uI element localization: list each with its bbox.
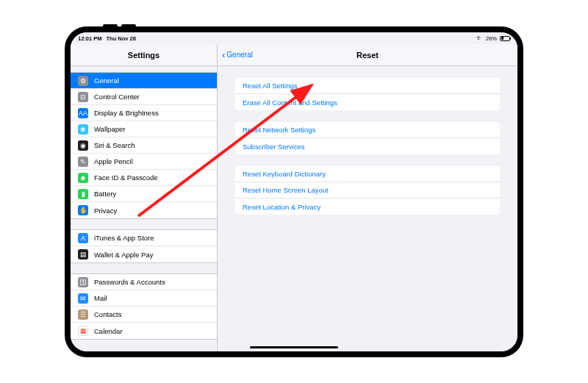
- sidebar-item-label: Siri & Search: [94, 141, 135, 149]
- reset-option-label: Reset Location & Privacy: [243, 203, 320, 211]
- reset-option-reset-home-screen-layout[interactable]: Reset Home Screen Layout: [235, 182, 500, 198]
- sidebar-item-label: Wallet & Apple Pay: [94, 251, 153, 259]
- reset-option-subscriber-services[interactable]: Subscriber Services: [235, 138, 500, 154]
- sidebar-header: Settings: [71, 44, 217, 66]
- key-icon: ⚿: [78, 277, 88, 287]
- back-button[interactable]: ‹ General: [222, 50, 253, 60]
- detail-panel: ‹ General Reset Reset All SettingsErase …: [218, 44, 517, 351]
- sidebar-item-battery[interactable]: ▮Battery: [71, 186, 217, 202]
- sidebar-item-privacy[interactable]: ✋Privacy: [71, 202, 217, 218]
- reset-option-label: Subscriber Services: [243, 143, 304, 151]
- reset-option-reset-network-settings[interactable]: Reset Network Settings: [235, 122, 500, 138]
- sidebar-group: ⚿Passwords & Accounts✉Mail☰Contacts▦Cale…: [71, 273, 217, 340]
- reset-option-label: Reset Keyboard Dictionary: [243, 170, 326, 178]
- reset-option-reset-location-privacy[interactable]: Reset Location & Privacy: [235, 198, 500, 215]
- reset-option-label: Reset All Settings: [243, 82, 297, 90]
- chevron-left-icon: ‹: [222, 50, 225, 60]
- screen: 12:01 PM Thu Nov 28 ᯤ 26% Settings ⚙Gene…: [71, 32, 517, 351]
- battery-icon: [500, 36, 510, 41]
- sidebar-item-apple-pencil[interactable]: ✎Apple Pencil: [71, 154, 217, 170]
- reset-option-erase-all-content-and-settings[interactable]: Erase All Content and Settings: [235, 94, 500, 110]
- display-icon: AA: [78, 108, 88, 118]
- sidebar-item-face-id-passcode[interactable]: ☻Face ID & Passcode: [71, 170, 217, 186]
- sidebar-item-calendar[interactable]: ▦Calendar: [71, 323, 217, 339]
- contacts-icon: ☰: [78, 309, 88, 320]
- status-time: 12:01 PM: [78, 35, 102, 42]
- privacy-icon: ✋: [78, 205, 88, 215]
- sidebar-item-label: Mail: [94, 294, 107, 302]
- reset-option-label: Reset Home Screen Layout: [243, 186, 329, 194]
- settings-sidebar: Settings ⚙General⊟Control CenterAADispla…: [71, 44, 218, 351]
- sidebar-item-label: Privacy: [94, 207, 117, 215]
- faceid-icon: ☻: [78, 173, 88, 183]
- detail-title: Reset: [356, 51, 379, 60]
- reset-option-label: Reset Network Settings: [243, 126, 315, 134]
- sidebar-item-passwords-accounts[interactable]: ⚿Passwords & Accounts: [71, 274, 217, 290]
- battery-icon: ▮: [78, 189, 88, 199]
- sidebar-item-label: Calendar: [94, 327, 123, 335]
- home-indicator[interactable]: [250, 346, 338, 348]
- detail-group: Reset All SettingsErase All Content and …: [235, 78, 500, 110]
- sidebar-item-contacts[interactable]: ☰Contacts: [71, 307, 217, 323]
- siri-icon: ◉: [78, 140, 88, 151]
- sidebar-item-label: Contacts: [94, 310, 122, 318]
- sidebar-item-label: Battery: [94, 190, 116, 198]
- sidebar-item-label: Face ID & Passcode: [94, 173, 158, 182]
- detail-header: ‹ General Reset: [218, 44, 517, 66]
- device-frame: 12:01 PM Thu Nov 28 ᯤ 26% Settings ⚙Gene…: [65, 26, 523, 357]
- battery-pct: 26%: [486, 35, 497, 42]
- detail-group: Reset Keyboard DictionaryReset Home Scre…: [235, 166, 500, 215]
- sidebar-item-label: Control Center: [94, 93, 140, 101]
- sidebar-item-wallpaper[interactable]: ❀Wallpaper: [71, 121, 217, 137]
- gear-icon: ⚙: [78, 76, 88, 86]
- sidebar-item-label: Wallpaper: [94, 125, 125, 133]
- sidebar-item-label: Passwords & Accounts: [94, 278, 165, 286]
- sidebar-item-general[interactable]: ⚙General: [71, 73, 217, 89]
- wallpaper-icon: ❀: [78, 124, 88, 135]
- mail-icon: ✉: [78, 293, 88, 304]
- reset-option-label: Erase All Content and Settings: [243, 99, 337, 107]
- sidebar-group: AiTunes & App Store▤Wallet & Apple Pay: [71, 229, 217, 263]
- pencil-icon: ✎: [78, 157, 88, 167]
- wallet-icon: ▤: [78, 249, 88, 259]
- sidebar-item-wallet-apple-pay[interactable]: ▤Wallet & Apple Pay: [71, 246, 217, 262]
- reset-option-reset-keyboard-dictionary[interactable]: Reset Keyboard Dictionary: [235, 166, 500, 182]
- sidebar-group: ⚙General⊟Control CenterAADisplay & Brigh…: [71, 72, 217, 219]
- status-date: Thu Nov 28: [107, 35, 136, 42]
- sidebar-item-display-brightness[interactable]: AADisplay & Brightness: [71, 105, 217, 121]
- appstore-icon: A: [78, 233, 88, 243]
- wifi-icon: ᯤ: [476, 35, 483, 42]
- reset-option-reset-all-settings[interactable]: Reset All Settings: [235, 78, 500, 94]
- sidebar-item-mail[interactable]: ✉Mail: [71, 290, 217, 307]
- sidebar-item-control-center[interactable]: ⊟Control Center: [71, 89, 217, 105]
- sidebar-title: Settings: [128, 51, 159, 60]
- split-view: Settings ⚙General⊟Control CenterAADispla…: [71, 44, 517, 351]
- sidebar-item-label: General: [94, 76, 119, 85]
- calendar-icon: ▦: [78, 326, 88, 336]
- status-bar: 12:01 PM Thu Nov 28 ᯤ 26%: [71, 32, 517, 44]
- sliders-icon: ⊟: [78, 92, 88, 102]
- back-label: General: [226, 51, 253, 59]
- sidebar-item-label: Apple Pencil: [94, 157, 133, 165]
- sidebar-item-siri-search[interactable]: ◉Siri & Search: [71, 137, 217, 154]
- detail-group: Reset Network SettingsSubscriber Service…: [235, 122, 500, 154]
- sidebar-item-itunes-app-store[interactable]: AiTunes & App Store: [71, 230, 217, 246]
- sidebar-item-label: iTunes & App Store: [94, 234, 154, 242]
- sidebar-item-label: Display & Brightness: [94, 109, 159, 117]
